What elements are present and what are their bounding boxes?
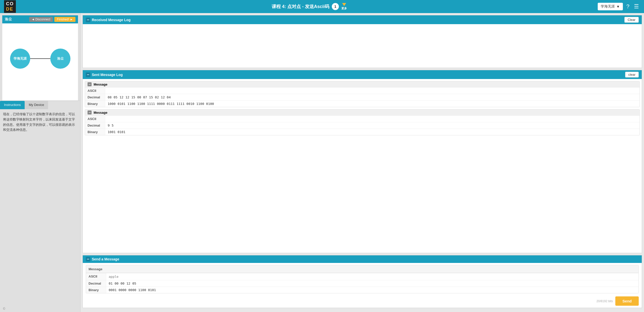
sent-message-1: − Message ASCII Decimal 08 05 12 12 15 0… [85,81,640,107]
send-message-collapse-icon[interactable]: − [86,257,90,261]
course-title: 课程 4: 点对点 - 发送Ascii码 [272,4,329,10]
sent-message-2-title: Message [94,111,107,114]
sent-log-title: Sent Message Log [92,73,123,77]
help-icon: ? [626,3,629,10]
sent-log-body: − Message ASCII Decimal 08 05 12 12 15 0… [83,79,642,253]
nav-right: 学海无涯 ▼ ? ☰ [598,2,640,11]
send-binary-value: 0001 0000 0000 1100 0101 [106,287,638,293]
sent-message-log: − Sent Message Log clear − Message ASCII [83,70,642,253]
send-message-header-left: − Send a Message [86,257,119,261]
sent-message-2-collapse-icon[interactable]: − [88,110,92,114]
bits-info: 20/8192 bits [596,299,613,303]
sent-message-1-binary-value: 1000 0101 1100 1100 1111 0000 0111 1111 … [105,101,639,107]
sent-message-1-title: Message [94,83,107,86]
received-log-collapse-icon[interactable]: − [86,18,90,22]
dropdown-arrow-icon: ▼ [616,5,620,9]
tab-instructions[interactable]: Instructions [0,101,25,109]
logo-de: DE [6,7,13,12]
received-log-body [83,24,642,67]
send-ascii-input[interactable] [106,273,638,280]
finished-button[interactable]: Finished! ► [54,17,75,22]
node2-circle: 洛尘 [50,49,70,69]
nav-more[interactable]: 更多 [341,3,347,10]
send-binary-label: Binary [86,287,106,293]
send-message-footer: 20/8192 bits Send [83,295,642,308]
network-diagram: 学海无涯 洛尘 [2,23,78,94]
send-message-title: Send a Message [92,257,119,261]
tab-content-instructions: 现在，已经传输了以十进制数字表示的信息，可以将这些数字映射到文本字符，以来回发送… [0,109,80,305]
help-button[interactable]: ? [625,2,630,11]
sent-message-1-decimal-label: Decimal [85,94,105,100]
sent-message-1-collapse-icon[interactable]: − [88,82,92,86]
sent-message-2-header: − Message [85,109,639,115]
instruction-text: 现在，已经传输了以十进制数字表示的信息，可以将这些数字映射到文本字符，以来回发送… [3,112,77,133]
sent-log-clear-button[interactable]: clear [625,72,639,77]
node-name: 洛尘 [5,17,12,22]
sent-message-1-header: − Message [85,81,639,87]
sent-message-2-ascii-label: ASCII [85,116,105,122]
send-decimal-label: Decimal [86,280,106,287]
sent-message-2-ascii-row: ASCII [85,115,639,122]
sent-message-1-binary-row: Binary 1000 0101 1100 1100 1111 0000 011… [85,100,639,107]
sent-message-2-binary-label: Binary [85,129,105,135]
sent-message-1-ascii-row: ASCII [85,87,639,94]
menu-button[interactable]: ☰ [633,2,640,11]
tabs-bar: Instructions My Device [0,101,80,109]
logo-co: CO [6,1,14,6]
received-log-header-left: − Received Message Log [86,18,131,22]
topnav: CODE 课程 4: 点对点 - 发送Ascii码 1 更多 学海无涯 ▼ ? … [0,0,644,13]
arrow-down-icon [342,3,346,6]
sent-message-1-decimal-value: 08 05 12 12 15 00 07 15 02 12 04 [105,94,639,100]
sent-message-1-binary-label: Binary [85,101,105,107]
menu-icon: ☰ [634,3,639,10]
send-button[interactable]: Send [615,296,639,306]
sent-log-header: − Sent Message Log clear [83,70,642,79]
send-message-header: − Send a Message [83,255,642,263]
tab-my-device-label: My Device [29,103,44,107]
sent-log-header-left: − Sent Message Log [86,72,123,77]
send-message-label: Message [89,267,102,271]
right-panel: − Received Message Log Clear − Sent Mess… [80,13,644,312]
sent-message-2-binary-value: 1001 0101 [105,129,639,135]
sent-message-1-ascii-value [105,88,639,94]
sent-message-1-decimal-row: Decimal 08 05 12 12 15 00 07 15 02 12 04 [85,94,639,100]
received-log-title: Received Message Log [92,18,131,22]
received-message-log: − Received Message Log Clear [83,15,642,68]
send-ascii-row: ASCII [86,273,638,280]
sent-message-2: − Message ASCII Decimal 9 5 Binary 1001 … [85,109,640,135]
nav-badge: 1 [332,3,339,10]
node-header: 洛尘 ◄ Disconnect Finished! ► [2,15,78,23]
send-message-body: Message ASCII Decimal 01 00 00 12 05 Bin… [83,263,642,295]
received-log-clear-button[interactable]: Clear [624,17,639,23]
user-label: 学海无涯 [601,4,615,9]
received-log-header: − Received Message Log Clear [83,15,642,24]
network-area: 洛尘 ◄ Disconnect Finished! ► 学海无涯 洛尘 [2,15,78,101]
copyright: © [0,305,80,312]
node1-circle: 学海无涯 [10,49,30,69]
send-ascii-label: ASCII [86,273,106,280]
sent-message-2-binary-row: Binary 1001 0101 [85,129,639,135]
send-decimal-value: 01 00 00 12 05 [106,280,638,287]
sent-message-1-ascii-label: ASCII [85,88,105,94]
sent-log-collapse-icon[interactable]: − [86,72,90,77]
send-binary-row: Binary 0001 0000 0000 1100 0101 [86,287,638,293]
send-message-section: − Send a Message Message ASCII Decimal [83,255,642,308]
node-connection-line [30,58,50,59]
more-label: 更多 [341,7,347,10]
sent-message-2-decimal-value: 9 5 [105,122,639,129]
user-dropdown[interactable]: 学海无涯 ▼ [598,3,623,10]
logo: CODE [4,0,16,13]
sent-message-2-decimal-label: Decimal [85,122,105,129]
sent-message-2-ascii-value [105,116,639,122]
sent-message-2-decimal-row: Decimal 9 5 [85,122,639,129]
disconnect-button[interactable]: ◄ Disconnect [29,17,53,22]
tab-my-device[interactable]: My Device [25,101,48,109]
send-decimal-row: Decimal 01 00 00 12 05 [86,280,638,287]
nav-title: 课程 4: 点对点 - 发送Ascii码 1 更多 [21,3,598,10]
logo-box: CODE [4,0,16,13]
main-layout: 洛尘 ◄ Disconnect Finished! ► 学海无涯 洛尘 Inst… [0,13,644,312]
left-panel: 洛尘 ◄ Disconnect Finished! ► 学海无涯 洛尘 Inst… [0,13,80,312]
tab-instructions-label: Instructions [4,103,21,107]
